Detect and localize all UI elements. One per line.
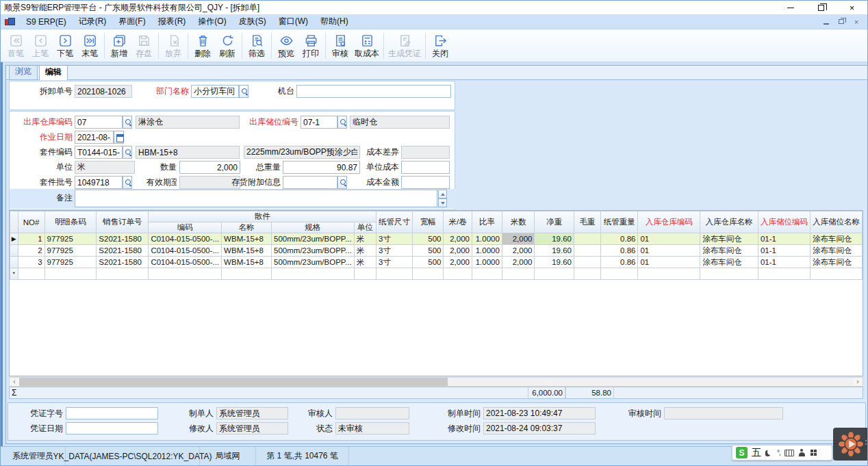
extra-info-lookup-button[interactable] — [337, 176, 347, 189]
cell-part_name[interactable] — [222, 268, 272, 280]
row-selector[interactable] — [10, 257, 18, 268]
preview-button[interactable]: 预览 — [274, 31, 298, 61]
save-button[interactable]: 存盘 — [131, 31, 156, 61]
moon-icon[interactable] — [765, 449, 773, 456]
remark-field[interactable] — [75, 190, 437, 207]
col-part_spec[interactable]: 规格 — [272, 222, 355, 233]
cell-in_loc_name[interactable]: 涂布车间仓 — [810, 245, 862, 257]
cell-in_wh_code[interactable]: 01 — [638, 233, 700, 245]
cell-net_weight[interactable]: 19.60 — [535, 257, 574, 268]
auditor-field[interactable] — [335, 407, 409, 419]
cell-m_per_roll[interactable]: 2,000 — [444, 233, 472, 245]
modifier-field[interactable] — [216, 422, 288, 435]
filter-button[interactable]: 筛选 — [244, 31, 269, 61]
col-part_code[interactable]: 编码 — [149, 222, 222, 233]
cell-meters[interactable]: 2,000 — [502, 257, 535, 268]
menu-help[interactable]: 帮助(H) — [314, 14, 355, 29]
cell-width[interactable]: 500 — [413, 245, 444, 257]
cell-part_unit[interactable]: 米 — [354, 257, 376, 268]
delete-button[interactable]: 删除 — [190, 31, 215, 61]
cell-width[interactable] — [413, 268, 444, 280]
kit-batch-lookup-button[interactable] — [123, 176, 132, 189]
col-meters[interactable]: 米数 — [502, 211, 535, 233]
cell-part_name[interactable]: WBM-15+8 — [222, 245, 272, 257]
input-method-bar[interactable]: S 五 °, — [732, 445, 832, 461]
cell-order_no[interactable] — [97, 268, 149, 280]
scroll-right-button[interactable]: › — [853, 378, 863, 386]
cell-part_spec[interactable]: 500mm/23um/BOPP... — [272, 257, 355, 268]
audit-time-field[interactable] — [664, 407, 783, 419]
cell-in_wh_name[interactable]: 涂布车间仓 — [700, 257, 758, 268]
first-record-button[interactable]: 首笔 — [3, 31, 28, 61]
col-group-parts[interactable]: 散件 — [149, 211, 376, 222]
get-cost-button[interactable]: 取成本 — [353, 31, 381, 61]
out-warehouse-code-field[interactable] — [75, 116, 123, 129]
kit-code-field[interactable] — [75, 146, 123, 159]
cell-in_wh_code[interactable]: 01 — [638, 257, 700, 268]
cell-tube_weight[interactable] — [601, 268, 638, 280]
last-record-button[interactable]: 末笔 — [77, 31, 102, 61]
scroll-up-button[interactable] — [438, 190, 447, 198]
cell-barcode[interactable]: 977925 — [44, 257, 97, 268]
col-tube_size[interactable]: 纸管尺寸 — [376, 211, 413, 233]
table-row[interactable]: 2977925S2021-1580C0104-015-0500-...WBM-1… — [10, 245, 863, 257]
menu-interface[interactable]: 界面(F) — [112, 14, 151, 29]
row-selector[interactable] — [10, 245, 18, 257]
col-in_wh_name[interactable]: 入库仓库名称 — [700, 211, 758, 233]
tab-browse[interactable]: 浏览 — [9, 65, 38, 79]
out-location-name-field[interactable] — [350, 116, 450, 129]
cell-no[interactable]: 2 — [18, 245, 44, 257]
kit-code-lookup-button[interactable] — [123, 146, 132, 159]
cell-in_loc_code[interactable] — [758, 268, 810, 280]
cell-ratio[interactable]: 1.0000 — [472, 233, 502, 245]
cell-gross_weight[interactable] — [574, 233, 600, 245]
cell-m_per_roll[interactable]: 2,000 — [444, 257, 472, 268]
cell-order_no[interactable]: S2021-1580 — [97, 245, 149, 257]
cell-net_weight[interactable]: 19.60 — [535, 245, 574, 257]
out-warehouse-name-field[interactable] — [136, 116, 240, 129]
tab-edit[interactable]: 编辑 — [39, 65, 68, 80]
cell-in_loc_name[interactable]: 涂布车间仓 — [810, 233, 862, 245]
scrollbar-thumb[interactable] — [19, 378, 448, 386]
row-selector[interactable]: ▶ — [10, 233, 18, 245]
row-selector[interactable]: * — [10, 268, 18, 280]
cell-part_unit[interactable]: 米 — [354, 245, 376, 257]
prev-record-button[interactable]: 上笔 — [28, 31, 53, 61]
add-button[interactable]: 新增 — [107, 31, 131, 61]
cell-in_wh_name[interactable]: 涂布车间仓 — [700, 233, 758, 245]
table-row[interactable]: 3977925S2021-1580C0104-015-0500-...WBM-1… — [10, 257, 863, 268]
grid-new-row[interactable]: * — [10, 268, 863, 280]
create-voucher-button[interactable]: 生成凭证 — [386, 31, 423, 61]
grid-horizontal-scrollbar[interactable]: ‹ › — [9, 377, 863, 387]
cell-barcode[interactable]: 977925 — [44, 245, 97, 257]
out-location-code-field[interactable] — [301, 116, 337, 129]
create-time-field[interactable] — [483, 407, 596, 419]
col-ratio[interactable]: 比率 — [472, 211, 502, 233]
close-button[interactable]: × — [837, 1, 867, 14]
qty-field[interactable] — [179, 161, 240, 174]
cell-ratio[interactable] — [472, 268, 502, 280]
refresh-button[interactable]: 刷新 — [215, 31, 240, 61]
menu-report[interactable]: 报表(R) — [152, 14, 192, 29]
cell-net_weight[interactable]: 19.60 — [535, 233, 574, 245]
voucher-no-field[interactable] — [66, 407, 158, 419]
cell-net_weight[interactable] — [535, 268, 574, 280]
cell-m_per_roll[interactable]: 2,000 — [444, 245, 472, 257]
status-field[interactable] — [335, 422, 409, 435]
calendar-button[interactable] — [114, 131, 124, 144]
extra-info-field[interactable] — [283, 176, 337, 189]
print-button[interactable]: 打印 — [298, 31, 323, 61]
col-order_no[interactable]: 销售订单号 — [97, 211, 149, 233]
cost-amount-field[interactable] — [401, 176, 450, 189]
cell-gross_weight[interactable] — [574, 257, 600, 268]
cell-m_per_roll[interactable] — [444, 268, 472, 280]
cell-part_code[interactable] — [149, 268, 222, 280]
cell-gross_weight[interactable] — [574, 245, 600, 257]
cell-part_unit[interactable]: 米 — [354, 233, 376, 245]
out-warehouse-lookup-button[interactable] — [123, 116, 132, 129]
cost-diff-field[interactable] — [401, 146, 450, 159]
cell-in_loc_code[interactable]: 01-1 — [758, 257, 810, 268]
cell-part_code[interactable]: C0104-015-0500-... — [149, 257, 222, 268]
cell-part_name[interactable]: WBM-15+8 — [222, 257, 272, 268]
cell-meters[interactable]: 2,000 — [502, 245, 535, 257]
